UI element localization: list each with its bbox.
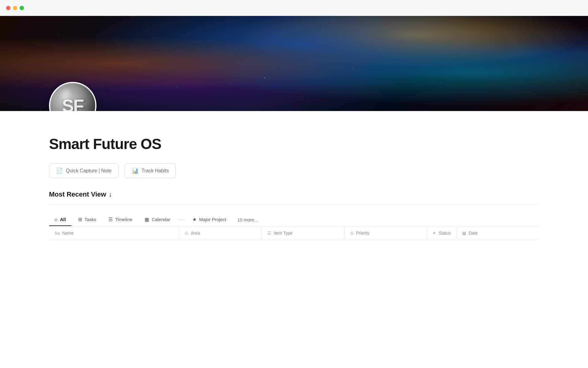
avatar-container: SF [49,82,96,111]
col-date[interactable]: ▦ Date [457,226,539,240]
tab-tasks-icon: ⊞ [78,217,82,222]
col-date-icon: ▦ [462,231,466,236]
section-arrow-icon: ↓ [109,190,112,198]
tab-calendar-label: Calendar [152,217,170,222]
tab-major-project[interactable]: ★ Major Project [187,213,232,226]
col-item-type[interactable]: ☰ Item Type [262,226,345,240]
tab-all[interactable]: ⌂ All [49,214,71,226]
col-status-icon: ✦ [432,231,436,236]
close-button[interactable] [6,6,10,10]
col-area-label: Area [191,231,200,236]
avatar: SF [49,82,96,111]
page-title: Smart Future OS [49,136,539,152]
main-content: Smart Future OS 📄 Quick Capture | Note 📊… [0,111,588,252]
tab-all-label: All [60,217,66,222]
col-name[interactable]: Aa Name [49,226,179,240]
track-habits-button[interactable]: 📊 Track Habits [125,163,176,178]
tabs-container: ⌂ All ⊞ Tasks ☰ Timeline ▦ Calendar ★ Ma… [49,213,539,226]
col-priority-label: Priority [356,231,370,236]
tab-major-project-label: Major Project [199,217,226,222]
avatar-initials: SF [62,95,83,111]
minimize-button[interactable] [13,6,17,10]
quick-capture-button[interactable]: 📄 Quick Capture | Note [49,163,119,178]
col-area[interactable]: ⊙ Area [179,226,262,240]
col-status[interactable]: ✦ Status [427,226,457,240]
tab-calendar[interactable]: ▦ Calendar [139,213,176,226]
buttons-row: 📄 Quick Capture | Note 📊 Track Habits [49,163,539,178]
tab-more[interactable]: 10 more... [233,214,262,225]
tab-tasks-label: Tasks [85,217,96,222]
tab-timeline-icon: ☰ [108,217,113,222]
tab-timeline[interactable]: ☰ Timeline [103,213,138,226]
col-name-icon: Aa [55,231,60,236]
tab-more-label: 10 more... [237,217,258,222]
track-habits-label: Track Habits [141,168,169,174]
quick-capture-icon: 📄 [56,167,63,174]
track-habits-icon: 📊 [132,167,138,174]
title-bar [0,0,588,16]
col-name-label: Name [62,231,74,236]
col-date-label: Date [469,231,478,236]
section-title-text: Most Recent View [49,190,106,198]
tab-tasks[interactable]: ⊞ Tasks [73,213,102,226]
tab-all-icon: ⌂ [55,217,58,222]
hero-banner: SF [0,16,588,111]
col-item-type-label: Item Type [274,231,292,236]
section-title: Most Recent View ↓ [49,190,539,198]
col-item-type-icon: ☰ [267,231,271,236]
table-header: Aa Name ⊙ Area ☰ Item Type ⊙ Priority ✦ … [49,226,539,240]
col-priority-icon: ⊙ [350,231,354,236]
maximize-button[interactable] [20,6,24,10]
col-area-icon: ⊙ [185,231,188,236]
tab-timeline-label: Timeline [115,217,132,222]
col-priority[interactable]: ⊙ Priority [345,226,427,240]
quick-capture-label: Quick Capture | Note [66,168,111,174]
tab-separator [178,220,184,220]
tab-calendar-icon: ▦ [145,217,149,222]
divider [49,205,539,205]
col-status-label: Status [439,231,451,236]
tab-major-project-icon: ★ [192,217,197,222]
